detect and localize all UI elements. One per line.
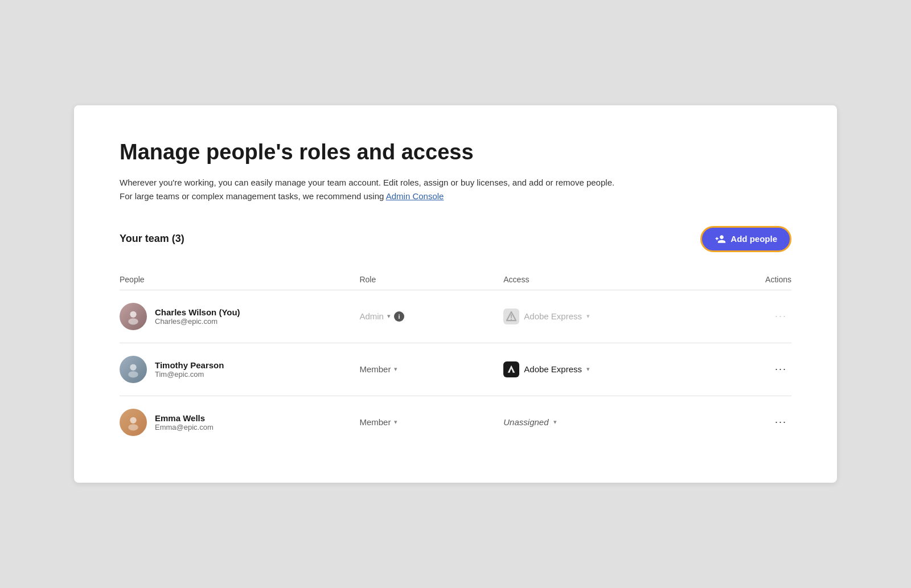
team-title: Your team (3) [120, 233, 184, 245]
access-cell-charles: Adobe Express ▾ [503, 309, 695, 324]
svg-point-5 [130, 364, 136, 370]
svg-point-0 [130, 311, 136, 317]
role-text-timothy: Member [359, 364, 391, 374]
table-row: Charles Wilson (You) Charles@epic.com Ad… [120, 290, 791, 343]
role-cell-charles: Admin ▾ i [359, 311, 503, 322]
role-cell-emma[interactable]: Member ▾ [359, 417, 503, 427]
header-access: Access [503, 275, 695, 284]
role-text-emma: Member [359, 417, 391, 427]
avatar-timothy [120, 356, 147, 383]
svg-point-6 [128, 371, 138, 377]
add-person-icon [715, 233, 726, 245]
more-menu-button-charles: ··· [770, 308, 791, 324]
person-name-charles: Charles Wilson (You) [155, 307, 240, 317]
access-text-timothy: Adobe Express [524, 364, 582, 374]
page-description: Wherever you're working, you can easily … [120, 176, 791, 203]
person-cell-charles: Charles Wilson (You) Charles@epic.com [120, 303, 359, 330]
page-container: Manage people's roles and access Whereve… [74, 105, 837, 483]
chevron-down-icon-timothy: ▾ [394, 365, 397, 373]
person-name-timothy: Timothy Pearson [155, 360, 224, 370]
chevron-down-icon-access-emma: ▾ [553, 418, 557, 426]
person-info-emma: Emma Wells Emma@epic.com [155, 413, 214, 431]
person-email-emma: Emma@epic.com [155, 423, 214, 431]
access-cell-timothy[interactable]: Adobe Express ▾ [503, 361, 695, 377]
header-people: People [120, 275, 359, 284]
svg-point-9 [130, 417, 136, 423]
chevron-down-icon-access-charles: ▾ [586, 312, 590, 320]
header-role: Role [359, 275, 503, 284]
info-icon-charles[interactable]: i [394, 311, 404, 322]
person-info-charles: Charles Wilson (You) Charles@epic.com [155, 307, 240, 326]
role-text-charles: Admin [359, 311, 384, 321]
person-cell-timothy: Timothy Pearson Tim@epic.com [120, 356, 359, 383]
table-row: Emma Wells Emma@epic.com Member ▾ Unassi… [120, 396, 791, 449]
person-email-charles: Charles@epic.com [155, 317, 240, 326]
person-info-timothy: Timothy Pearson Tim@epic.com [155, 360, 224, 379]
more-menu-button-emma[interactable]: ··· [770, 414, 791, 430]
access-text-charles: Adobe Express [524, 311, 582, 321]
more-menu-button-timothy[interactable]: ··· [770, 361, 791, 377]
person-email-timothy: Tim@epic.com [155, 370, 224, 379]
admin-console-link[interactable]: Admin Console [386, 191, 444, 201]
actions-cell-timothy: ··· [695, 361, 791, 377]
svg-point-4 [511, 319, 512, 320]
description-text-2: For large teams or complex management ta… [120, 191, 386, 201]
page-title: Manage people's roles and access [120, 139, 791, 166]
avatar-emma [120, 409, 147, 436]
role-cell-timothy[interactable]: Member ▾ [359, 364, 503, 374]
team-header: Your team (3) Add people [120, 226, 791, 252]
svg-point-10 [128, 424, 138, 430]
table-header: People Role Access Actions [120, 269, 791, 290]
actions-cell-emma: ··· [695, 414, 791, 430]
access-cell-emma[interactable]: Unassigned ▾ [503, 417, 695, 427]
actions-cell-charles: ··· [695, 308, 791, 324]
add-people-button[interactable]: Add people [700, 226, 791, 252]
table-row: Timothy Pearson Tim@epic.com Member ▾ [120, 343, 791, 396]
chevron-down-icon-access-timothy: ▾ [586, 365, 590, 373]
avatar-charles [120, 303, 147, 330]
chevron-down-icon: ▾ [387, 312, 391, 320]
chevron-down-icon-emma: ▾ [394, 418, 397, 426]
person-cell-emma: Emma Wells Emma@epic.com [120, 409, 359, 436]
person-name-emma: Emma Wells [155, 413, 214, 423]
add-people-label: Add people [731, 234, 777, 244]
description-text-1: Wherever you're working, you can easily … [120, 178, 614, 187]
svg-point-1 [128, 318, 138, 324]
adobe-express-icon-charles [503, 309, 519, 324]
access-text-emma: Unassigned [503, 417, 548, 427]
adobe-express-icon-timothy [503, 361, 519, 377]
people-table: People Role Access Actions Charles Wilso… [120, 269, 791, 449]
header-actions: Actions [695, 275, 791, 284]
